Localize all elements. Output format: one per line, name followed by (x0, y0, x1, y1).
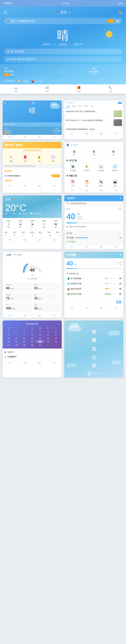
tools-nav-welfare[interactable]: 福利 (94, 188, 109, 193)
cal-day-3[interactable]: 3 (36, 330, 44, 333)
aq-right-nav-weather[interactable]: 天气 (64, 306, 79, 310)
cal-day-8[interactable]: 8 (21, 334, 28, 336)
mini-nav-tools[interactable]: 工具 (47, 135, 62, 139)
mini-edit-icon[interactable]: ✏ (59, 102, 60, 104)
cal-day-23[interactable]: 23 (28, 340, 36, 343)
cal-day-5[interactable]: 5 (52, 330, 60, 333)
aq-back-icon[interactable]: ‹ (5, 254, 6, 256)
aq-detail-nav-welfare[interactable]: 福利 (32, 314, 47, 318)
cal-day-prev-30[interactable]: 30 (13, 330, 20, 333)
tab-hot[interactable]: 热点 (72, 105, 76, 108)
welfare-nav-weather[interactable]: 天气 (3, 184, 18, 188)
cal-day-28[interactable]: 28 (13, 344, 20, 346)
welfare-icon-more[interactable]: ⋯ 更多 (51, 154, 56, 162)
cal-day-27[interactable]: 27 (5, 344, 12, 346)
cal-day-2[interactable]: 2 (28, 330, 36, 333)
aq-right-nav-tools[interactable]: 工具 (108, 306, 123, 310)
cal-day-next-1[interactable]: 1 (44, 344, 52, 346)
cal-prev-month[interactable]: ‹ (5, 323, 6, 325)
cal-nav-welfare[interactable]: 福利 (32, 361, 47, 366)
nav-news[interactable]: 📰 资讯 (32, 84, 63, 94)
aq-right-nav-welfare[interactable]: 福利 (94, 306, 109, 310)
welfare-nav-welfare[interactable]: 福利 (32, 184, 47, 188)
news-nav-tools[interactable]: 工具 (108, 132, 123, 136)
aqi-small-nav-welfare[interactable]: 福利 (94, 245, 109, 249)
aqi-small-share[interactable]: ⬆ (119, 197, 121, 200)
tab-tech[interactable]: 科技 (84, 105, 88, 108)
tool-temp-rank[interactable]: 🌡 气温排行 (80, 163, 94, 173)
weather-ad[interactable]: 老人种植一颗牙齿大约多少钱 › (4, 56, 122, 62)
tool-aqi[interactable]: 📊 空气质量 (94, 163, 108, 173)
welfare-icon-signin[interactable]: ✓ 签到 (9, 154, 14, 162)
tool-weather-check[interactable]: 💨 查看天气 (108, 163, 122, 173)
add-city-icon[interactable]: + (68, 10, 70, 14)
aq-detail-nav-weather[interactable]: 天气 (3, 314, 18, 318)
aqi-nav-tools[interactable]: 工具 (47, 238, 62, 242)
tools-nav-weather[interactable]: 天气 (64, 188, 79, 193)
cal-day-11[interactable]: 11 (44, 334, 52, 336)
cal-day-21[interactable]: 21 (13, 340, 20, 343)
news-nav-welfare[interactable]: 福利 (94, 132, 109, 136)
mini-nav-weather[interactable]: 天气 (3, 135, 18, 139)
tool-weather-forecast[interactable]: 🌤 天气预报 (66, 163, 80, 173)
cal-day-prev-29[interactable]: 29 (5, 330, 12, 333)
mini-nav-welfare[interactable]: 福利 (32, 135, 47, 139)
tool-alarm[interactable]: ⏰ 闹钟 (80, 178, 94, 188)
cal-day-1[interactable]: 1 (21, 330, 28, 333)
welfare-nav-tools[interactable]: 工具 (47, 184, 62, 188)
cal-day-7[interactable]: 7 (13, 334, 20, 336)
mini-menu-icon[interactable]: ☰ (4, 102, 6, 104)
cal-day-15[interactable]: 15 (21, 337, 28, 340)
tools-nav-tools[interactable]: 工具 (108, 188, 123, 193)
cal-nav-news[interactable]: 资讯 (18, 361, 32, 366)
cal-day-16[interactable]: 16 (28, 337, 36, 340)
aqi-small-nav-tools[interactable]: 工具 (108, 245, 123, 249)
cal-day-12[interactable]: 12 (52, 334, 60, 336)
aqi-nav-welfare[interactable]: 福利 (32, 238, 47, 242)
nav-weather[interactable]: ☁ 天气 (0, 84, 32, 94)
cal-day-26[interactable]: 26 (52, 340, 60, 343)
cal-day-13[interactable]: 13 (5, 337, 12, 340)
cal-day-17[interactable]: 17 (36, 337, 44, 340)
news-nav-news[interactable]: 资讯 (79, 132, 94, 136)
cal-day-19[interactable]: 19 (52, 337, 60, 340)
nav-welfare[interactable]: 🎁 福利 (63, 84, 95, 94)
aq-right-nav-news[interactable]: 资讯 (79, 306, 94, 310)
mini-nav-news[interactable]: 资讯 (18, 135, 32, 139)
welfare-icon-redpacket[interactable]: 🧧 红包 (23, 154, 28, 162)
cal-day-31[interactable]: 31 (36, 344, 44, 346)
cal-day-6[interactable]: 6 (5, 334, 12, 336)
task-btn-1[interactable]: 填写资料 (51, 174, 60, 177)
tool-flashlight[interactable]: 🔦 手电筒 (94, 178, 108, 188)
aqi-nav-weather[interactable]: 天气 (3, 238, 18, 242)
cal-nav-weather[interactable]: 天气 (3, 361, 18, 366)
cal-day-next-2[interactable]: 2 (52, 344, 60, 346)
cal-day-22[interactable]: 22 (21, 340, 28, 343)
cal-day-14[interactable]: 14 (13, 337, 20, 340)
menu-icon[interactable]: ☰ (4, 10, 7, 14)
cal-day-20[interactable]: 20 (5, 340, 12, 343)
nav-tools[interactable]: 🔧 工具 (95, 84, 126, 94)
cal-day-30[interactable]: 30 (28, 344, 36, 346)
aqi-small-nav-news[interactable]: 资讯 (79, 245, 94, 249)
cal-day-18[interactable]: 18 (44, 337, 52, 340)
aq-detail-nav-tools[interactable]: 工具 (47, 314, 62, 318)
welfare-nav-news[interactable]: 资讯 (18, 184, 32, 188)
cal-day-10[interactable]: 10 (36, 334, 44, 336)
aqi-share-icon[interactable]: ⬆ (57, 198, 59, 201)
cal-day-9[interactable]: 9 (28, 334, 36, 336)
cal-day-25[interactable]: 25 (44, 340, 52, 343)
cal-nav-tools[interactable]: 工具 (47, 361, 62, 366)
tool-calendar[interactable]: 📅 日历 (66, 178, 80, 188)
cal-day-29[interactable]: 29 (21, 344, 28, 346)
cal-next-month[interactable]: › (59, 323, 60, 325)
cal-day-today-24[interactable]: 24 (36, 340, 44, 343)
aq-right-share-icon[interactable]: ⬆ (119, 254, 121, 256)
welfare-icon-exchange[interactable]: 💰 兑换 (37, 154, 42, 162)
aqi-small-nav-weather[interactable]: 天气 (64, 245, 79, 249)
tool-scan[interactable]: 📸 扫码 (108, 178, 122, 188)
cal-day-4[interactable]: 4 (44, 330, 52, 333)
aq-detail-nav-news[interactable]: 资讯 (18, 314, 32, 318)
aqi-nav-news[interactable]: 资讯 (18, 238, 32, 242)
tools-nav-news[interactable]: 资讯 (79, 188, 94, 193)
